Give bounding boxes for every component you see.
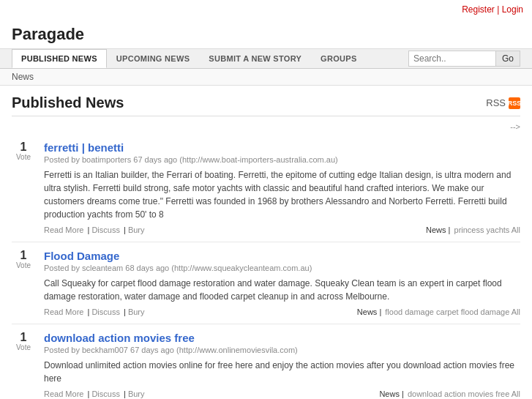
news-tags: News | princess yachts All <box>426 225 520 234</box>
news-item: 1 Vote download action movies free Poste… <box>12 324 520 399</box>
news-source-link[interactable]: http://www.onlinemoviesvila.com <box>179 346 295 354</box>
site-header: Paragade <box>0 19 532 49</box>
news-tag-link[interactable]: princess yachts All <box>454 225 520 234</box>
nav-search: Go <box>408 51 520 67</box>
vote-count: 1 <box>20 141 27 153</box>
news-footer: Read More | Discuss | Bury News | flood … <box>44 307 520 316</box>
news-title: ferretti | benetti <box>44 141 520 154</box>
breadcrumb-news[interactable]: News <box>12 72 34 82</box>
news-title-link[interactable]: download action movies free <box>44 332 195 344</box>
news-body: Flood Damage Posted by scleanteam 68 day… <box>44 250 520 316</box>
vote-label: Vote <box>16 343 31 351</box>
rss-icon[interactable]: RSS <box>509 97 520 109</box>
news-action-link[interactable]: Read More <box>44 307 83 316</box>
news-actions: Read More | Discuss | Bury <box>44 225 146 234</box>
news-action-link[interactable]: Bury <box>128 307 145 316</box>
search-button[interactable]: Go <box>496 51 520 67</box>
vote-box[interactable]: 1 Vote <box>12 332 35 398</box>
news-tag-link[interactable]: flood damage carpet flood damage All <box>385 307 520 316</box>
news-excerpt: Download unlimited action movies online … <box>44 359 520 385</box>
tab-published-news[interactable]: PUBLISHED NEWS <box>12 49 107 68</box>
news-body: download action movies free Posted by be… <box>44 332 520 398</box>
news-source-link[interactable]: http://www.squeakycleanteam.com.au <box>174 264 310 272</box>
search-input[interactable] <box>408 51 496 67</box>
news-title: Flood Damage <box>44 250 520 262</box>
nav-tabs: PUBLISHED NEWS UPCOMING NEWS SUBMIT A NE… <box>0 49 532 69</box>
register-link[interactable]: Register <box>462 4 495 15</box>
news-action-link[interactable]: Read More <box>44 389 83 398</box>
news-title-link[interactable]: Flood Damage <box>44 250 119 262</box>
news-title: download action movies free <box>44 332 520 344</box>
vote-count: 1 <box>20 332 27 343</box>
news-author-link[interactable]: boatimporters <box>82 155 131 164</box>
page-heading-row: Published News RSS RSS <box>12 94 520 116</box>
vote-count: 1 <box>20 250 27 261</box>
breadcrumb: News <box>0 69 532 86</box>
topbar: Register | Login <box>0 0 532 19</box>
vote-box[interactable]: 1 Vote <box>12 141 35 234</box>
news-tags: News | download action movies free All <box>379 389 520 398</box>
tab-submit-story[interactable]: SUBMIT A NEW STORY <box>199 49 311 68</box>
news-excerpt: Call Squeaky for carpet flood damage res… <box>44 277 520 303</box>
news-meta: Posted by boatimporters 67 days ago (htt… <box>44 155 520 164</box>
news-action-link[interactable]: Discuss <box>91 307 120 316</box>
rss-label: RSS <box>486 97 506 108</box>
news-action-link[interactable]: Bury <box>128 389 145 398</box>
main-content: Published News RSS RSS --> 1 Vote ferret… <box>0 86 532 399</box>
news-meta: Posted by beckham007 67 days ago (http:/… <box>44 346 520 354</box>
news-actions: Read More | Discuss | Bury <box>44 307 146 316</box>
news-item: 1 Vote Flood Damage Posted by scleanteam… <box>12 242 520 324</box>
news-meta: Posted by scleanteam 68 days ago (http:/… <box>44 264 520 272</box>
rss-section: RSS RSS <box>486 97 520 109</box>
tab-upcoming-news[interactable]: UPCOMING NEWS <box>107 49 199 68</box>
news-actions: Read More | Discuss | Bury <box>44 389 146 398</box>
page-heading: Published News <box>12 94 124 111</box>
news-excerpt: Ferretti is an Italian builder, the Ferr… <box>44 168 520 221</box>
news-action-link[interactable]: Discuss <box>91 389 120 398</box>
news-tag-link[interactable]: download action movies free All <box>408 389 520 398</box>
news-list: 1 Vote ferretti | benetti Posted by boat… <box>12 134 520 399</box>
vote-box[interactable]: 1 Vote <box>12 250 35 316</box>
vote-label: Vote <box>16 261 31 269</box>
news-tags: News | flood damage carpet flood damage … <box>357 307 520 316</box>
news-action-link[interactable]: Read More <box>44 225 83 234</box>
news-footer: Read More | Discuss | Bury News | prince… <box>44 225 520 234</box>
news-author-link[interactable]: scleanteam <box>82 264 123 272</box>
news-footer: Read More | Discuss | Bury News | downlo… <box>44 389 520 398</box>
comment-arrow: --> <box>12 122 520 131</box>
news-action-link[interactable]: Discuss <box>91 225 120 234</box>
news-body: ferretti | benetti Posted by boatimporte… <box>44 141 520 234</box>
login-link[interactable]: Login <box>502 4 523 15</box>
news-author-link[interactable]: beckham007 <box>82 346 128 354</box>
tab-groups[interactable]: GROUPS <box>311 49 366 68</box>
news-action-link[interactable]: Bury <box>128 225 145 234</box>
news-source-link[interactable]: http://www.boat-importers-australia.com.… <box>182 155 335 164</box>
news-item: 1 Vote ferretti | benetti Posted by boat… <box>12 134 520 242</box>
vote-label: Vote <box>16 153 31 161</box>
site-title: Paragade <box>12 25 520 44</box>
news-title-link[interactable]: ferretti | benetti <box>44 141 124 154</box>
